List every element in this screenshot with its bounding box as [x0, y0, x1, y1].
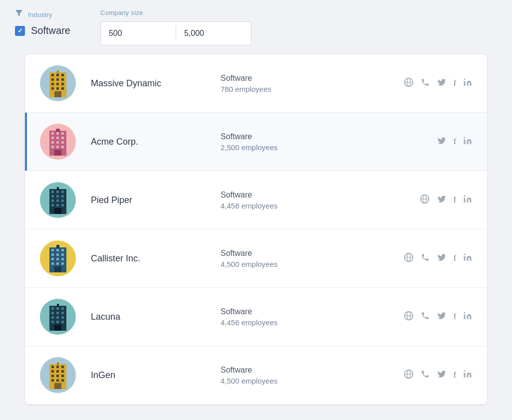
company-industry: Software [221, 191, 320, 200]
svg-rect-84 [56, 321, 59, 323]
svg-rect-101 [61, 375, 64, 377]
svg-rect-45 [51, 204, 54, 207]
social-links: f [404, 311, 472, 323]
facebook-icon[interactable]: f [454, 254, 456, 263]
facebook-icon[interactable]: f [454, 371, 456, 380]
company-name: Lacuna [91, 312, 201, 322]
linkedin-icon[interactable] [463, 311, 472, 323]
web-icon[interactable] [404, 369, 414, 382]
avatar [40, 299, 76, 335]
svg-rect-43 [56, 200, 59, 202]
company-row[interactable]: Lacuna Software 4,456 employees f [25, 288, 487, 346]
phone-icon[interactable] [421, 370, 430, 381]
svg-rect-61 [51, 258, 54, 260]
svg-rect-11 [56, 87, 59, 90]
svg-rect-81 [56, 316, 59, 319]
company-employees: 4,456 employees [221, 202, 320, 210]
svg-rect-80 [51, 316, 54, 319]
svg-rect-3 [61, 74, 64, 76]
svg-rect-27 [56, 141, 59, 144]
facebook-icon[interactable]: f [454, 312, 456, 321]
svg-rect-60 [61, 253, 64, 256]
company-row[interactable]: Massive Dynamic Software 780 employees f [25, 54, 487, 113]
svg-rect-55 [51, 249, 54, 251]
svg-rect-38 [61, 191, 64, 193]
phone-icon[interactable] [421, 311, 430, 323]
facebook-icon[interactable]: f [454, 137, 456, 146]
phone-icon[interactable] [421, 253, 430, 264]
twitter-icon[interactable] [437, 78, 447, 89]
twitter-icon[interactable] [437, 311, 447, 323]
company-size-filter: Company size [100, 9, 252, 45]
filter-icon [15, 9, 23, 20]
svg-rect-37 [56, 191, 59, 193]
svg-rect-86 [54, 325, 61, 331]
svg-rect-95 [61, 366, 64, 368]
web-icon[interactable] [404, 311, 414, 323]
svg-rect-68 [56, 245, 59, 248]
twitter-icon[interactable] [437, 370, 447, 381]
svg-rect-85 [61, 321, 64, 323]
svg-rect-96 [51, 370, 54, 373]
size-max-input[interactable] [176, 22, 251, 45]
facebook-icon[interactable]: f [454, 79, 456, 88]
company-employees: 4,500 employees [221, 377, 320, 385]
social-links: f [404, 77, 472, 90]
twitter-icon[interactable] [437, 136, 447, 148]
company-name: Pied Piper [91, 195, 201, 206]
web-icon[interactable] [420, 194, 430, 207]
svg-rect-106 [57, 362, 59, 365]
svg-point-34 [464, 137, 466, 138]
filter-bar: Industry ✓ Software Company size [0, 0, 512, 54]
svg-rect-98 [61, 370, 64, 373]
company-row[interactable]: Callister Inc. Software 4,500 employees … [25, 229, 487, 288]
companies-list: Massive Dynamic Software 780 employees f [25, 54, 487, 404]
twitter-icon[interactable] [437, 195, 447, 206]
svg-rect-63 [61, 258, 64, 260]
twitter-icon[interactable] [437, 253, 447, 264]
company-row[interactable]: InGen Software 4,500 employees f [25, 346, 487, 404]
avatar [40, 124, 76, 160]
svg-rect-24 [56, 137, 59, 139]
company-name: InGen [91, 370, 201, 381]
company-info: Software 780 employees [221, 74, 320, 93]
svg-rect-47 [61, 204, 64, 207]
company-row[interactable]: Pied Piper Software 4,456 employees f [25, 171, 487, 229]
svg-rect-57 [61, 249, 64, 251]
svg-rect-8 [56, 83, 59, 85]
linkedin-icon[interactable] [463, 370, 472, 381]
company-row[interactable]: Acme Corp. Software 2,500 employees f [25, 113, 487, 171]
svg-rect-22 [61, 132, 64, 135]
size-min-input[interactable] [101, 22, 176, 45]
company-employees: 4,456 employees [221, 318, 320, 327]
company-size-label: Company size [100, 9, 252, 16]
svg-rect-31 [61, 146, 64, 148]
social-links: f [404, 252, 472, 265]
linkedin-icon[interactable] [463, 136, 472, 148]
social-links: f [420, 194, 472, 207]
avatar [40, 357, 76, 393]
linkedin-icon[interactable] [463, 78, 472, 89]
svg-rect-104 [61, 379, 64, 382]
svg-rect-62 [56, 258, 59, 260]
web-icon[interactable] [404, 252, 414, 265]
svg-rect-39 [51, 195, 54, 198]
svg-rect-20 [51, 132, 54, 135]
svg-rect-23 [51, 137, 54, 139]
company-employees: 780 employees [221, 85, 320, 93]
avatar [40, 240, 76, 276]
svg-rect-46 [56, 204, 59, 207]
svg-point-53 [464, 195, 466, 197]
web-icon[interactable] [404, 77, 414, 90]
svg-rect-65 [56, 262, 59, 265]
phone-icon[interactable] [421, 78, 430, 89]
facebook-icon[interactable]: f [454, 196, 456, 205]
linkedin-icon[interactable] [463, 253, 472, 264]
industry-checkbox[interactable]: ✓ [15, 26, 25, 36]
svg-rect-2 [56, 74, 59, 76]
company-employees: 4,500 employees [221, 260, 320, 268]
linkedin-icon[interactable] [463, 195, 472, 206]
svg-rect-58 [51, 253, 54, 256]
svg-rect-105 [54, 383, 61, 389]
industry-label: Industry [28, 11, 52, 18]
